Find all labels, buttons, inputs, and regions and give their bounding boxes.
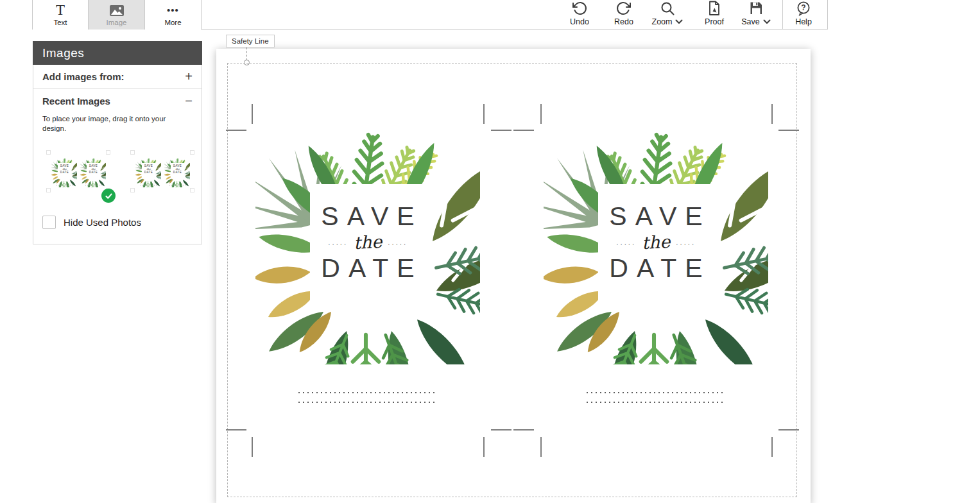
images-panel-body: Add images from: + Recent Images − To pl… <box>33 65 202 244</box>
check-icon <box>105 192 113 200</box>
mini-address-dots <box>169 185 186 185</box>
card-the-text: the <box>641 232 671 253</box>
redo-button[interactable]: Redo <box>602 0 646 30</box>
save-button[interactable]: Save <box>734 0 778 30</box>
recent-images-row[interactable]: Recent Images − <box>33 89 202 113</box>
address-dotted-line[interactable] <box>587 392 725 393</box>
address-dotted-line[interactable] <box>298 402 437 403</box>
more-button-label: More <box>164 19 181 26</box>
mini-address-dots <box>141 185 157 185</box>
save-the-date-card[interactable]: SAVE ····· the ····· DATE <box>544 127 768 364</box>
safety-line-tag[interactable]: Safety Line <box>226 35 275 47</box>
mini-address-dots <box>85 185 102 185</box>
image-thumbnail[interactable]: SAVE the DATE SAVE the DATE <box>49 153 108 190</box>
card-text-box[interactable]: SAVE ····· the ····· DATE <box>310 184 426 300</box>
image-button-label: Image <box>107 19 127 26</box>
proof-document-icon <box>707 1 722 16</box>
redo-icon <box>616 1 632 16</box>
zoom-button[interactable]: Zoom <box>646 0 689 30</box>
thumbnail-card-art: SAVE the DATE <box>80 155 106 187</box>
top-toolbar: T Text Image ••• More Undo Redo <box>32 0 828 30</box>
save-floppy-icon <box>748 1 764 16</box>
proof-label: Proof <box>705 17 724 26</box>
add-images-from-label: Add images from: <box>42 71 125 82</box>
recent-images-label: Recent Images <box>42 96 110 107</box>
zoom-label: Zoom <box>652 17 673 26</box>
thumbnail-card-art: SAVE the DATE <box>135 155 161 187</box>
text-button[interactable]: T Text <box>32 0 89 30</box>
text-button-label: Text <box>53 19 67 26</box>
card-dots-right: ····· <box>676 237 696 248</box>
address-dotted-line[interactable] <box>298 392 437 393</box>
recent-images-list: SAVE the DATE SAVE the DATE <box>49 153 192 190</box>
hide-used-photos-label[interactable]: Hide Used Photos <box>64 217 141 228</box>
help-question-glyph: ? <box>796 3 811 12</box>
hide-used-photos-row: Hide Used Photos <box>42 216 141 229</box>
thumbnail-card-art: SAVE the DATE <box>164 155 190 187</box>
image-thumbnail[interactable]: SAVE the DATE SAVE the DATE <box>133 153 192 190</box>
safety-line-knob <box>244 60 250 65</box>
mini-address-dots <box>56 185 73 185</box>
safety-line-leader <box>246 47 247 60</box>
help-label: Help <box>795 17 812 26</box>
help-button[interactable]: ? Help <box>782 0 825 30</box>
card-date-text: DATE <box>609 253 710 283</box>
card-the-text: the <box>353 232 383 253</box>
proof-button[interactable]: Proof <box>692 0 736 30</box>
image-button[interactable]: Image <box>89 0 145 30</box>
chevron-down-icon <box>763 19 771 24</box>
images-panel-title: Images <box>33 41 202 65</box>
more-icon: ••• <box>167 3 179 17</box>
card-save-text: SAVE <box>321 201 422 231</box>
card-date-text: DATE <box>321 253 422 283</box>
card-dots-left: ····· <box>616 237 636 248</box>
text-icon: T <box>56 3 65 17</box>
card-dots-left: ····· <box>328 237 348 248</box>
image-icon <box>109 4 125 17</box>
address-dotted-line[interactable] <box>587 402 725 403</box>
card-dots-right: ····· <box>388 237 408 248</box>
hide-used-photos-checkbox[interactable] <box>42 216 56 229</box>
undo-button[interactable]: Undo <box>558 0 601 30</box>
add-images-from-row[interactable]: Add images from: + <box>33 65 202 89</box>
collapse-minus-icon[interactable]: − <box>185 94 193 108</box>
save-label: Save <box>741 17 760 26</box>
redo-label: Redo <box>614 17 633 26</box>
card-text-box[interactable]: SAVE ····· the ····· DATE <box>598 184 714 300</box>
zoom-icon <box>660 1 675 16</box>
save-the-date-card[interactable]: SAVE ····· the ····· DATE <box>255 127 480 364</box>
more-button[interactable]: ••• More <box>145 0 202 30</box>
thumbnail-card-art: SAVE the DATE <box>51 155 77 187</box>
insert-button-group: T Text Image ••• More <box>32 0 202 30</box>
images-panel: Images Add images from: + Recent Images … <box>33 41 202 244</box>
expand-plus-icon[interactable]: + <box>185 69 193 84</box>
used-checkmark-badge <box>101 189 116 203</box>
undo-label: Undo <box>570 17 589 26</box>
undo-icon <box>572 1 587 16</box>
chevron-down-icon <box>675 19 683 24</box>
drag-helper-text: To place your image, drag it onto your d… <box>33 113 181 133</box>
design-editor: { "toolbar": { "text_label": "Text", "im… <box>0 0 980 503</box>
card-save-text: SAVE <box>609 201 710 231</box>
